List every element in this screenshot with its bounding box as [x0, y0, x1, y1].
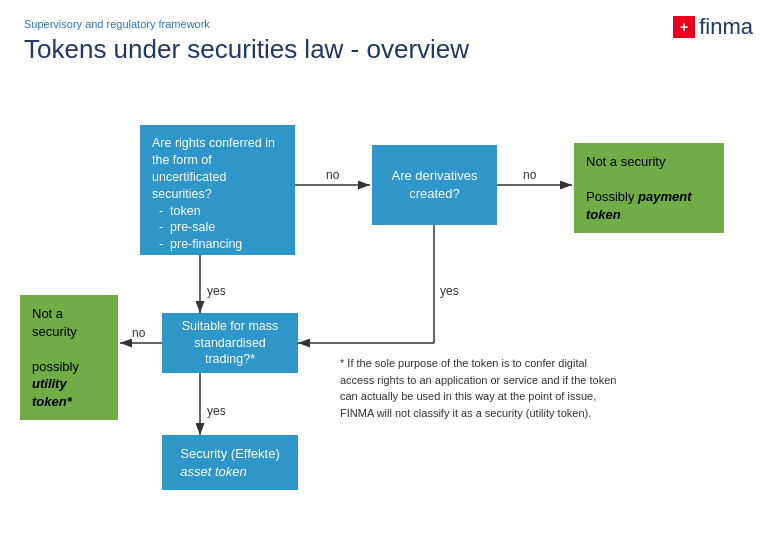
svg-text:no: no [132, 326, 146, 340]
box-not-security-utility: Not a security possibly utility token* [20, 295, 118, 420]
header: Supervisory and regulatory framework Tok… [0, 0, 777, 73]
svg-text:yes: yes [440, 284, 459, 298]
footnote: * If the sole purpose of the token is to… [340, 355, 620, 421]
svg-text:yes: yes [207, 284, 226, 298]
subtitle: Supervisory and regulatory framework [24, 18, 753, 30]
box-derivatives: Are derivatives created? [372, 145, 497, 225]
page-title: Tokens under securities law - overview [24, 34, 753, 65]
box-mass-trading: Suitable for mass standardised trading?* [162, 313, 298, 373]
box-not-security-payment: Not a security Possibly payment token [574, 143, 724, 233]
logo-cross-icon: + [673, 16, 695, 38]
svg-text:no: no [326, 168, 340, 182]
logo: + finma [673, 14, 753, 40]
logo-text: finma [699, 14, 753, 40]
box-rights-conferred: Are rights conferred in the form of unce… [140, 125, 295, 255]
box-security-effekte: Security (Effekte) asset token [162, 435, 298, 490]
svg-text:yes: yes [207, 404, 226, 418]
diagram-area: no no yes yes no yes Are rights conferre… [0, 95, 777, 544]
svg-text:no: no [523, 168, 537, 182]
